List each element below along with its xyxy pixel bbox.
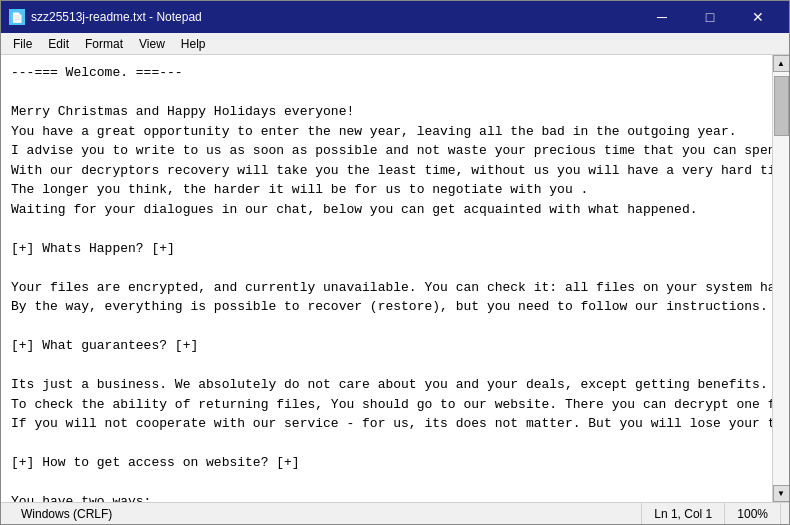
title-bar: 📄 szz25513j-readme.txt - Notepad ─ □ ✕ bbox=[1, 1, 789, 33]
notepad-window: 📄 szz25513j-readme.txt - Notepad ─ □ ✕ F… bbox=[0, 0, 790, 525]
editor-area: ---=== Welcome. ===--- Merry Christmas a… bbox=[1, 55, 789, 502]
window-controls: ─ □ ✕ bbox=[639, 3, 781, 31]
vertical-scrollbar[interactable]: ▲ ▼ bbox=[772, 55, 789, 502]
minimize-button[interactable]: ─ bbox=[639, 3, 685, 31]
scroll-track[interactable] bbox=[773, 72, 790, 485]
close-button[interactable]: ✕ bbox=[735, 3, 781, 31]
scroll-up-arrow[interactable]: ▲ bbox=[773, 55, 790, 72]
menu-bar: File Edit Format View Help bbox=[1, 33, 789, 55]
menu-help[interactable]: Help bbox=[173, 35, 214, 53]
menu-view[interactable]: View bbox=[131, 35, 173, 53]
status-zoom: 100% bbox=[725, 503, 781, 524]
scroll-thumb[interactable] bbox=[774, 76, 789, 136]
title-bar-left: 📄 szz25513j-readme.txt - Notepad bbox=[9, 9, 202, 25]
scroll-down-arrow[interactable]: ▼ bbox=[773, 485, 790, 502]
window-title: szz25513j-readme.txt - Notepad bbox=[31, 10, 202, 24]
maximize-button[interactable]: □ bbox=[687, 3, 733, 31]
status-bar: Windows (CRLF) Ln 1, Col 1 100% bbox=[1, 502, 789, 524]
status-position: Ln 1, Col 1 bbox=[642, 503, 725, 524]
menu-format[interactable]: Format bbox=[77, 35, 131, 53]
menu-file[interactable]: File bbox=[5, 35, 40, 53]
text-editor[interactable]: ---=== Welcome. ===--- Merry Christmas a… bbox=[1, 55, 772, 502]
app-icon: 📄 bbox=[9, 9, 25, 25]
status-encoding: Windows (CRLF) bbox=[9, 503, 642, 524]
menu-edit[interactable]: Edit bbox=[40, 35, 77, 53]
